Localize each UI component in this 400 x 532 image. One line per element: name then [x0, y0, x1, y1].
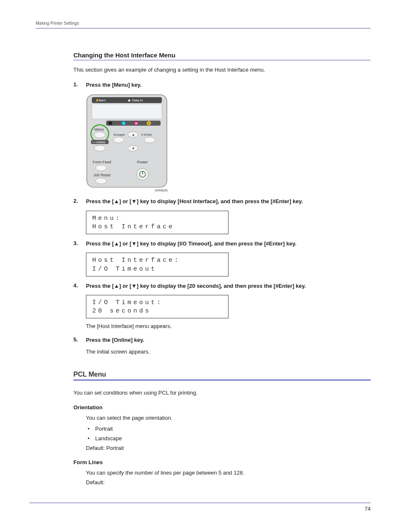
step-2: 2. Press the [▲] or [▼] key to display [… — [73, 198, 371, 234]
svg-text:▲: ▲ — [132, 133, 135, 137]
svg-text:⟼Online: ⟼Online — [93, 141, 105, 144]
lcd-line-1: Menu: — [92, 214, 222, 223]
lcd-line-1: Host Interface: — [92, 256, 222, 265]
svg-text:Escape: Escape — [114, 133, 125, 137]
svg-text:◆: ◆ — [128, 98, 131, 102]
setting-default: Default: — [86, 478, 371, 487]
section-rule — [73, 380, 371, 381]
setting-default: Default: Portrait — [86, 443, 371, 453]
svg-text:Y: Y — [148, 122, 150, 125]
step-label: Press the [▲] or [▼] key to display the … — [86, 283, 306, 289]
footer-rule — [29, 503, 371, 503]
svg-text:Menu: Menu — [94, 127, 104, 132]
step-5: 5. Press the [Online] key. The initial s… — [73, 336, 371, 356]
option-portrait: Portrait — [86, 424, 371, 434]
step-num: 5. — [73, 336, 78, 343]
step-3: 3. Press the [▲] or [▼] key to display [… — [73, 240, 371, 276]
option-landscape: Landscape — [86, 434, 371, 443]
step-num: 2. — [73, 198, 78, 204]
step-label: Press the [▲] or [▼] key to display [I/O… — [86, 240, 296, 247]
svg-text:Job Reset: Job Reset — [94, 173, 111, 177]
step-after-text: The [Host Interface] menu appears. — [86, 323, 371, 330]
lcd-line-2: 20 seconds — [92, 307, 222, 315]
lcd-display: Host Interface: I/O Timeout — [86, 253, 229, 276]
printer-control-panel: ⚡ Alert ◆ Data In C M Y — [86, 94, 168, 192]
page-number: 74 — [29, 506, 371, 512]
svg-text:# Enter: # Enter — [141, 133, 152, 137]
section-intro: This section gives an example of changin… — [73, 66, 371, 74]
svg-point-24 — [94, 145, 105, 151]
svg-rect-5 — [106, 121, 161, 126]
section2-intro: You can set conditions when using PCL fo… — [73, 389, 371, 397]
svg-point-28 — [96, 165, 106, 171]
section-rule — [73, 60, 371, 60]
svg-text:▼: ▼ — [132, 147, 135, 150]
svg-text:Power: Power — [137, 160, 148, 164]
setting-options: Portrait Landscape — [86, 424, 371, 444]
svg-text:C: C — [123, 122, 125, 125]
lcd-line-2: I/O Timeout — [92, 265, 222, 274]
section-title-pcl-menu: PCL Menu — [73, 371, 371, 378]
svg-text:Form Feed: Form Feed — [93, 160, 111, 164]
section-title-host-interface: Changing the Host Interface Menu — [73, 52, 371, 59]
step-label: Press the [Online] key. — [86, 337, 144, 343]
panel-code: AKR002S — [86, 189, 168, 192]
step-after-text: The initial screen appears. — [86, 348, 371, 356]
step-label: Press the [Menu] key. — [86, 82, 142, 88]
alert-label: Alert — [99, 98, 106, 102]
lcd-display: Menu: Host Interface — [86, 211, 229, 235]
svg-point-15 — [94, 132, 105, 138]
step-num: 1. — [73, 81, 78, 88]
step-1: 1. Press the [Menu] key. ⚡ Alert ◆ Data … — [73, 81, 371, 192]
step-num: 3. — [73, 240, 78, 246]
svg-text:M: M — [135, 122, 138, 125]
svg-point-22 — [113, 137, 124, 143]
svg-point-31 — [96, 178, 106, 184]
header-rule — [36, 28, 371, 28]
lcd-display: I/O Timeout: 20 seconds — [86, 295, 229, 319]
data-in-label: Data In — [132, 98, 143, 102]
setting-desc: You can select the page orientation. — [86, 413, 371, 423]
svg-rect-4 — [92, 104, 162, 119]
step-label: Press the [▲] or [▼] key to display [Hos… — [86, 198, 303, 204]
step-4: 4. Press the [▲] or [▼] key to display t… — [73, 282, 371, 331]
setting-form-lines: Form Lines — [73, 459, 371, 465]
lcd-line-2: Host Interface — [92, 223, 222, 231]
svg-point-6 — [108, 121, 112, 125]
breadcrumb: Making Printer Settings — [36, 21, 371, 26]
setting-orientation: Orientation — [73, 404, 371, 411]
lcd-line-1: I/O Timeout: — [92, 299, 222, 307]
svg-point-23 — [144, 137, 155, 143]
step-num: 4. — [73, 282, 78, 289]
setting-desc: You can specify the number of lines per … — [86, 468, 371, 478]
